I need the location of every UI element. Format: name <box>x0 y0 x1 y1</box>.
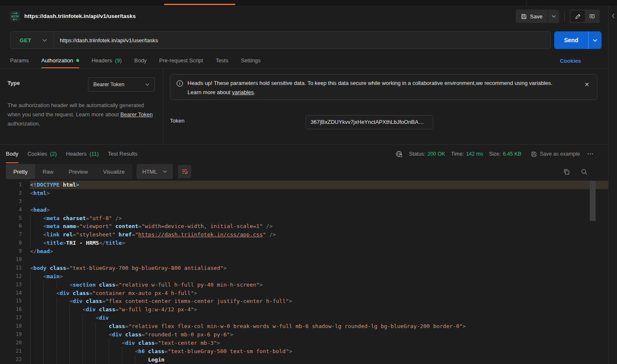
indent-guide <box>30 289 43 297</box>
send-button[interactable]: Send <box>554 31 602 49</box>
code-text: <body class="text-blueGray-700 bg-blueGr… <box>30 264 608 272</box>
request-title: https://dash.triinfotek.in/api/v1/user/t… <box>24 13 136 19</box>
workspace-tab-strip <box>0 0 617 5</box>
tab-body[interactable]: Body <box>134 54 147 68</box>
more-actions-button[interactable]: ••• <box>588 152 594 156</box>
bearer-token-link[interactable]: Bearer Token <box>121 111 153 118</box>
edit-button[interactable] <box>571 10 585 22</box>
response-tab-cookies[interactable]: Cookies(2) <box>28 146 57 163</box>
http-request-icon: HTTP <box>10 11 20 21</box>
indent-guide <box>122 356 135 364</box>
tab-params[interactable]: Params <box>10 54 29 68</box>
view-mode-pretty[interactable]: Pretty <box>6 164 35 179</box>
response-tab-test-results[interactable]: Test Results <box>108 146 138 163</box>
tab-settings[interactable]: Settings <box>241 54 260 68</box>
status-value[interactable]: 200 OK <box>427 151 445 157</box>
method-selector[interactable]: GET <box>10 37 54 44</box>
request-bar: GET <box>10 31 551 49</box>
tab-authorization[interactable]: Authorization <box>41 54 79 68</box>
search-icon <box>581 168 588 175</box>
tab-tests[interactable]: Tests <box>216 54 228 68</box>
save-button[interactable]: Save <box>516 10 548 23</box>
search-response-button[interactable] <box>580 167 588 176</box>
code-text: class="relative flex flex-col min-w-0 br… <box>30 322 608 331</box>
editor-scrollbar[interactable] <box>590 181 596 221</box>
code-line: 13<section class="relative w-full h-full… <box>0 281 608 289</box>
indent-guide <box>69 331 82 339</box>
response-tab-body-label: Body <box>6 151 18 157</box>
save-icon <box>531 151 537 157</box>
code-line: 12<main> <box>0 272 608 281</box>
auth-type-select[interactable]: Bearer Token <box>88 77 155 92</box>
dismiss-warning-button[interactable]: ✕ <box>583 80 591 89</box>
active-request-tab-indicator <box>164 4 235 5</box>
view-mode-preview[interactable]: Preview <box>61 164 95 179</box>
response-tab-body[interactable]: Body <box>6 146 18 163</box>
indent-guide <box>30 356 43 364</box>
variables-link[interactable]: variables <box>232 89 254 95</box>
response-tab-headers[interactable]: Headers(11) <box>66 146 99 163</box>
indent-guide <box>30 322 43 331</box>
line-number: 12 <box>0 272 22 281</box>
indent-guide <box>43 356 56 364</box>
copy-response-button[interactable] <box>562 167 571 176</box>
indent-guide <box>43 339 56 347</box>
view-mode-raw[interactable]: Raw <box>35 164 61 179</box>
wrap-lines-button[interactable] <box>178 165 191 178</box>
url-input[interactable] <box>54 32 550 48</box>
response-body-editor[interactable]: 1<!DOCTYPE html>2<html>34<head>5<meta ch… <box>0 180 608 364</box>
indent-guide <box>57 347 69 356</box>
tab-headers[interactable]: Headers(9) <box>92 54 122 68</box>
response-tabs: BodyCookies(2)Headers(11)Test Results <box>6 145 138 163</box>
indent-guide <box>135 356 148 364</box>
code-text: <meta charset="utf-8" /> <box>30 214 608 223</box>
tab-authorization-label: Authorization <box>41 57 73 64</box>
tab-pre-request-script[interactable]: Pre-request Script <box>159 54 203 68</box>
count-badge: (9) <box>115 57 122 64</box>
code-text <box>30 256 608 264</box>
save-options-button[interactable] <box>548 10 559 23</box>
indent-guide <box>69 322 82 331</box>
code-line: 16<div class="w-full lg:w-4/12 px-4"> <box>0 305 608 314</box>
collapse-right-panel-button[interactable] <box>610 13 616 19</box>
tab-tests-label: Tests <box>216 57 228 64</box>
chevron-down-icon <box>145 83 149 86</box>
save-button-group: Save <box>516 10 559 23</box>
indent-guide <box>57 322 69 331</box>
comments-button[interactable] <box>585 10 599 22</box>
indent-guide <box>30 281 43 289</box>
size-value[interactable]: 6.45 KB <box>503 151 521 157</box>
code-text: <!DOCTYPE html> <box>30 181 608 189</box>
line-number: 6 <box>0 222 22 231</box>
indent-guide <box>43 347 56 356</box>
request-url-row: GET Send <box>0 27 608 54</box>
language-value: HTML <box>142 169 157 175</box>
code-line: 3 <box>0 197 608 206</box>
send-options-button[interactable] <box>588 31 602 49</box>
indent-guide <box>43 331 56 339</box>
save-icon <box>521 13 527 20</box>
network-globe-icon <box>395 150 403 158</box>
warning-sentence: Heads up! These parameters hold sensitiv… <box>188 80 553 86</box>
comment-icon <box>589 13 595 20</box>
cookies-link[interactable]: Cookies <box>560 58 581 64</box>
time-value[interactable]: 142 ms <box>466 151 483 157</box>
save-as-example-button[interactable]: Save as example <box>531 151 580 157</box>
indent-guide <box>109 339 122 347</box>
chevron-down-icon <box>552 15 556 18</box>
code-text: <html> <box>30 189 608 197</box>
indent-guide <box>30 347 43 356</box>
info-icon <box>176 80 183 87</box>
line-number: 14 <box>0 289 22 297</box>
line-number: 11 <box>0 264 22 272</box>
response-view-toolbar: PrettyRawPreviewVisualize HTML <box>0 163 608 180</box>
copy-icon <box>563 168 570 175</box>
line-number: 1 <box>0 181 22 189</box>
editor-actions <box>562 165 588 178</box>
code-line: 6<meta name="viewport" content="width=de… <box>0 222 608 231</box>
code-text: <title>TRI - HRMS</title> <box>30 239 608 247</box>
token-input[interactable]: 367|BxZDUYkvv7jxHeYnctAPXthLbJfoOnBA… <box>306 115 433 129</box>
language-select[interactable]: HTML <box>136 164 173 179</box>
view-mode-visualize[interactable]: Visualize <box>95 164 132 179</box>
line-number: 21 <box>0 347 22 356</box>
